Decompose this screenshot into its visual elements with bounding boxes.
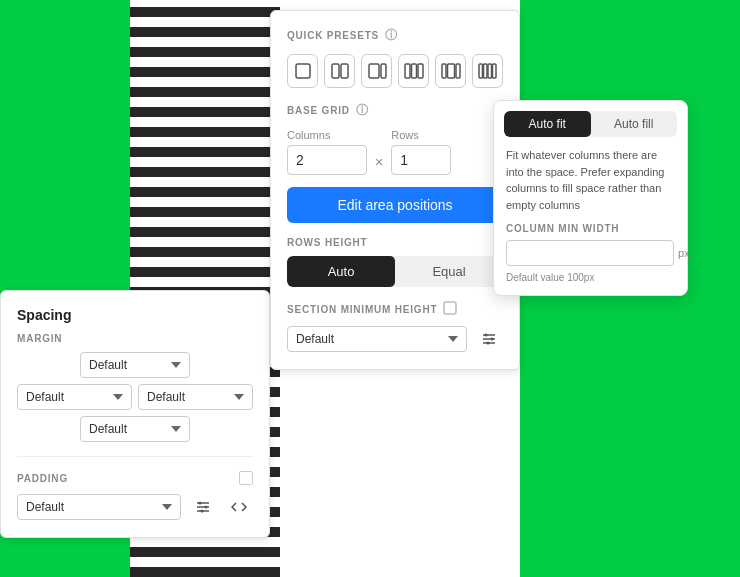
section-min-adjust-btn[interactable]: [475, 325, 503, 353]
svg-point-25: [491, 338, 494, 341]
margin-left-wrapper: Default 0 4px 8px: [17, 384, 132, 410]
section-min-checkbox-icon: [443, 301, 457, 315]
svg-rect-19: [488, 64, 492, 78]
preset-3col-wider-icon: [441, 61, 461, 81]
margin-bottom-wrapper: Default 0 4px 8px: [80, 416, 190, 442]
margin-right-select[interactable]: Default 0 4px 8px: [138, 384, 253, 410]
padding-select-wrapper: Default 0 4px 8px 16px: [17, 494, 181, 520]
columns-input[interactable]: [287, 145, 367, 175]
edit-area-positions-button[interactable]: Edit area positions: [287, 187, 503, 223]
preset-1col-icon: [293, 61, 313, 81]
autofit-tabs: Auto fit Auto fill: [504, 111, 677, 137]
adjust-icon: [195, 499, 211, 515]
svg-point-23: [485, 334, 488, 337]
base-grid-label: BASE GRID ⓘ: [287, 102, 503, 119]
section-min-row: Default Small Medium Large Custom: [287, 325, 503, 353]
rows-height-toggle: Auto Equal: [287, 256, 503, 287]
main-panel: QUICK PRESETS ⓘ: [270, 10, 520, 370]
preset-4col[interactable]: [472, 54, 503, 88]
preset-4col-icon: [478, 61, 498, 81]
svg-rect-18: [483, 64, 487, 78]
svg-rect-10: [381, 64, 386, 78]
section-min-height-text: SECTION MINIMUM HEIGHT: [287, 304, 437, 315]
padding-label: PADDING: [17, 473, 68, 484]
col-min-input[interactable]: [506, 240, 674, 266]
margin-bottom-row: Default 0 4px 8px: [17, 416, 253, 442]
preset-3col[interactable]: [398, 54, 429, 88]
svg-rect-13: [418, 64, 423, 78]
preset-2col-equal[interactable]: [324, 54, 355, 88]
padding-checkbox[interactable]: [239, 471, 253, 485]
rows-input[interactable]: [391, 145, 451, 175]
svg-rect-11: [405, 64, 410, 78]
tab-auto-fill[interactable]: Auto fill: [591, 111, 678, 137]
rows-label: Rows: [391, 129, 451, 141]
preset-2col-wider-icon: [367, 61, 387, 81]
margin-lr-row: Default 0 4px 8px Default 0 4px 8px: [17, 384, 253, 410]
base-grid-info: ⓘ: [356, 102, 369, 119]
margin-top-wrapper: Default 0 4px 8px 16px: [80, 352, 190, 378]
columns-group: Columns: [287, 129, 367, 175]
svg-point-3: [205, 506, 208, 509]
rows-height-label: ROWS HEIGHT: [287, 237, 503, 248]
col-min-width-label: COLUMN MIN WIDTH: [494, 223, 687, 234]
quick-presets-info: ⓘ: [385, 27, 398, 44]
base-grid-text: BASE GRID: [287, 105, 350, 116]
padding-row: Default 0 4px 8px 16px: [17, 493, 253, 521]
svg-rect-16: [456, 64, 460, 78]
rows-height-auto[interactable]: Auto: [287, 256, 395, 287]
presets-row: [287, 54, 503, 88]
section-min-height-checkbox[interactable]: [443, 301, 457, 317]
preset-3col-wider[interactable]: [435, 54, 466, 88]
padding-select[interactable]: Default 0 4px 8px 16px: [17, 494, 181, 520]
multiply-sign: ×: [375, 154, 383, 170]
col-min-default: Default value 100px: [494, 272, 687, 283]
svg-point-27: [487, 342, 490, 345]
svg-rect-21: [444, 302, 456, 314]
spacing-panel: Spacing MARGIN Default 0 4px 8px 16px De…: [0, 290, 270, 538]
margin-top-select[interactable]: Default 0 4px 8px 16px: [80, 352, 190, 378]
columns-label: Columns: [287, 129, 367, 141]
svg-rect-8: [341, 64, 348, 78]
quick-presets-text: QUICK PRESETS: [287, 30, 379, 41]
code-icon: [231, 499, 247, 515]
margin-left-select[interactable]: Default 0 4px 8px: [17, 384, 132, 410]
preset-1col[interactable]: [287, 54, 318, 88]
svg-point-1: [199, 502, 202, 505]
px-label: px: [678, 247, 690, 259]
svg-rect-15: [447, 64, 454, 78]
margin-label: MARGIN: [17, 333, 253, 344]
margin-bottom-select[interactable]: Default 0 4px 8px: [80, 416, 190, 442]
svg-rect-20: [492, 64, 496, 78]
svg-rect-6: [296, 64, 310, 78]
svg-rect-9: [369, 64, 379, 78]
preset-2col-wider[interactable]: [361, 54, 392, 88]
preset-2col-equal-icon: [330, 61, 350, 81]
section-min-height-label: SECTION MINIMUM HEIGHT: [287, 301, 503, 317]
code-icon-btn[interactable]: [225, 493, 253, 521]
quick-presets-label: QUICK PRESETS ⓘ: [287, 27, 503, 44]
section-min-adjust-icon: [481, 331, 497, 347]
svg-rect-14: [442, 64, 446, 78]
svg-rect-17: [479, 64, 483, 78]
autofit-description: Fit whatever columns there are into the …: [494, 147, 687, 223]
tab-auto-fit[interactable]: Auto fit: [504, 111, 591, 137]
columns-rows-row: Columns × Rows: [287, 129, 503, 175]
svg-rect-12: [411, 64, 416, 78]
autofit-tooltip-panel: Auto fit Auto fill Fit whatever columns …: [493, 100, 688, 296]
padding-section: PADDING Default 0 4px 8px 16px: [17, 456, 253, 521]
rows-height-equal[interactable]: Equal: [395, 256, 503, 287]
rows-group: Rows: [391, 129, 451, 175]
preset-3col-icon: [404, 61, 424, 81]
adjust-icon-btn[interactable]: [189, 493, 217, 521]
svg-point-5: [201, 510, 204, 513]
spacing-title: Spacing: [17, 307, 253, 323]
section-min-select[interactable]: Default Small Medium Large Custom: [287, 326, 467, 352]
margin-right-wrapper: Default 0 4px 8px: [138, 384, 253, 410]
col-min-input-row: px: [494, 240, 687, 266]
section-min-select-wrapper: Default Small Medium Large Custom: [287, 326, 467, 352]
margin-top-row: Default 0 4px 8px 16px: [17, 352, 253, 378]
svg-rect-7: [332, 64, 339, 78]
